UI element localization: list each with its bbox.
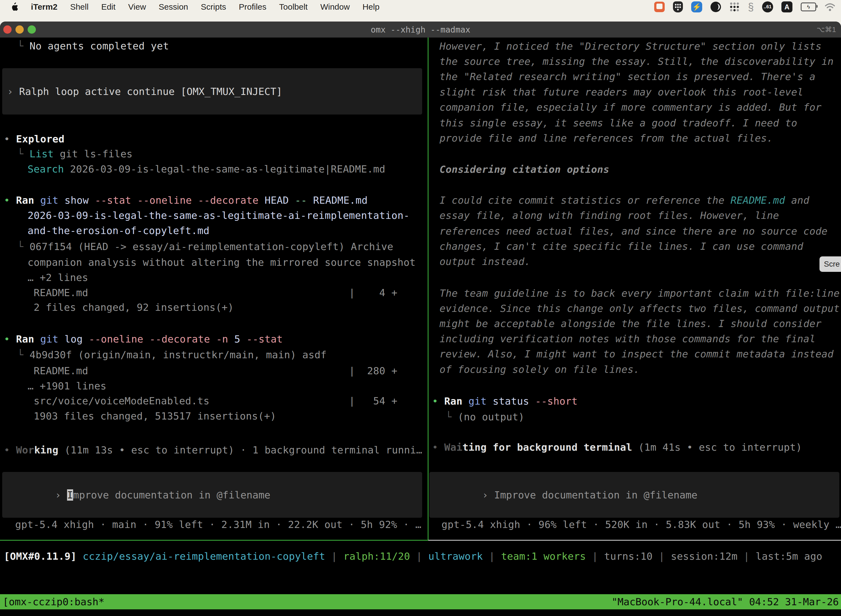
reasoning-p1-l4: slight risk that future readers may over…	[440, 84, 803, 100]
menu-item-window[interactable]: Window	[320, 2, 350, 12]
right-input-placeholder: Improve documentation in @filename	[494, 489, 697, 501]
pane-divider[interactable]	[428, 38, 428, 540]
menu-item-scripts[interactable]: Scripts	[201, 2, 226, 12]
reasoning-p3-l2: evidence. Since this change only affects…	[440, 301, 840, 316]
reasoning-p1-l3: the "Related research writing" section i…	[440, 69, 815, 84]
badge-61-icon[interactable]: ..61	[762, 1, 773, 12]
working-status-line: • Working (11m 13s • esc to interrupt) ·…	[4, 442, 422, 458]
battery-icon[interactable]: ϟ	[801, 3, 816, 11]
menu-item-profiles[interactable]: Profiles	[239, 2, 266, 12]
prompt-chevron: ›	[55, 489, 67, 501]
reasoning-p2-l2: essay file, along with finding root file…	[440, 208, 779, 223]
menu-item-iterm2[interactable]: iTerm2	[31, 2, 57, 12]
reasoning-p1-l1: However, I noticed the "Directory Struct…	[440, 38, 821, 54]
reasoning-p1-l6: this single essay, it seems like a good …	[440, 115, 797, 131]
reasoning-p2-l5: output instead.	[440, 254, 530, 269]
ran-git-log-line: • Ran git log --oneline --decorate -n 5 …	[4, 331, 283, 347]
readme-stat-4-line: README.md | 4 +	[34, 285, 397, 301]
tmux-host-time: "MacBook-Pro-44.local" 04:52 31-Mar-26	[611, 596, 841, 607]
files-changed-1903-line: 1903 files changed, 513517 insertions(+)	[34, 408, 276, 424]
reasoning-p3-l5: review. Also, I might want to inspect th…	[440, 346, 834, 362]
prompt-chevron: ›	[482, 489, 494, 501]
window-title: omx --xhigh --madmax	[0, 22, 841, 38]
reasoning-p2-l1: I could cite commit statistics or refere…	[440, 192, 809, 208]
tmux-window-name[interactable]: [omx-cczip0:bash*	[0, 596, 104, 607]
reasoning-p3-l6: of focusing solely on file lines.	[440, 362, 640, 377]
reasoning-p3-l4: including verification notes with those …	[440, 331, 815, 347]
reasoning-p1-l7: provide file and line references from th…	[440, 130, 773, 146]
pane-bottom-border-left	[0, 540, 428, 541]
explored-list-line: └ List git ls-files	[18, 146, 133, 162]
window-shortcut-hint: ⌥⌘1	[817, 25, 836, 34]
explored-search-line: Search 2026-03-09-is-legal-the-same-as-l…	[28, 161, 385, 177]
menu-item-toolbelt[interactable]: Toolbelt	[279, 2, 308, 12]
left-model-status-line: gpt-5.4 xhigh · main · 91% left · 2.31M …	[15, 517, 421, 532]
plus-1901-lines: … +1901 lines	[28, 378, 107, 394]
right-prompt-input[interactable]: › Improve documentation in @filename	[429, 472, 840, 518]
ran-git-status-line: • Ran git status --short	[432, 393, 577, 409]
apple-menu-icon[interactable]	[11, 3, 18, 11]
reasoning-heading: Considering citation options	[440, 161, 609, 177]
dots-grid-icon[interactable]	[729, 1, 740, 12]
readme-stat-280-line: README.md | 280 +	[34, 363, 397, 378]
text-cursor: I	[67, 489, 73, 501]
dark-crescent-icon[interactable]	[711, 1, 721, 12]
orange-chat-icon[interactable]	[654, 1, 665, 12]
essay-filename-line-1: 2026-03-09-is-legal-the-same-as-legitima…	[28, 208, 409, 223]
files-changed-92-line: 2 files changed, 92 insertions(+)	[34, 299, 234, 315]
left-input-placeholder: mprove documentation in @filename	[73, 489, 270, 501]
no-agents-line: └ No agents completed yet	[18, 38, 169, 54]
reasoning-p2-l4: changes, I can't cite specific file line…	[440, 238, 803, 254]
reasoning-p1-l5: companion file, especially if more comme…	[440, 99, 821, 115]
reasoning-p1-l2: the source tree, missing the essay. Stil…	[440, 54, 834, 69]
grid-shield-icon[interactable]	[673, 1, 683, 12]
no-output-line: └ (no output)	[445, 409, 525, 425]
screen-overlay-button[interactable]: Scre	[819, 257, 841, 272]
commit-message-line: companion analysis without altering the …	[28, 254, 416, 270]
menu-item-view[interactable]: View	[128, 2, 146, 12]
voice-mode-stat-line: src/voice/voiceModeEnabled.ts | 54 +	[34, 393, 397, 409]
ran-git-show-line: • Ran git show --stat --oneline --decora…	[4, 192, 368, 208]
menu-item-session[interactable]: Session	[159, 2, 188, 12]
reasoning-p3-l1: The team guideline is to back every impo…	[440, 285, 840, 301]
plus-2-lines: … +2 lines	[28, 270, 88, 285]
waiting-status-line: • Waiting for background terminal (1m 41…	[432, 439, 802, 455]
reasoning-p2-l3: references need actual files, and since …	[440, 223, 828, 239]
battery-bolt-glyph: ϟ	[807, 4, 810, 10]
terminal-content: └ No agents completed yet › Ralph loop a…	[0, 38, 841, 616]
omx-status-line: [OMX#0.11.9] cczip/essay/ai-reimplementa…	[4, 549, 822, 564]
ralph-banner-box: › Ralph loop active continue [OMX_TMUX_I…	[2, 68, 422, 114]
keyboard-a-icon[interactable]: A	[781, 1, 793, 12]
blue-bolt-icon[interactable]: ⚡	[691, 1, 702, 12]
menu-item-shell[interactable]: Shell	[70, 2, 89, 12]
macos-menubar: iTerm2 Shell Edit View Session Scripts P…	[0, 0, 841, 14]
essay-filename-line-2: and-the-erosion-of-copyleft.md	[28, 223, 210, 238]
menu-item-help[interactable]: Help	[363, 2, 379, 12]
wifi-icon[interactable]	[825, 3, 835, 11]
commit-4b9d30f-line: └ 4b9d30f (origin/main, instructkr/main,…	[18, 347, 327, 363]
ralph-banner-line: › Ralph loop active continue [OMX_TMUX_I…	[2, 86, 282, 97]
right-model-status-line: gpt-5.4 xhigh · 96% left · 520K in · 5.8…	[441, 517, 841, 532]
pane-bottom-border-right	[428, 540, 841, 541]
explored-header: • Explored	[4, 131, 64, 147]
left-prompt-input[interactable]: › Improve documentation in @filename	[2, 472, 422, 518]
squiggle-icon[interactable]: §	[748, 1, 754, 12]
tmux-status-bar: [omx-cczip0:bash* "MacBook-Pro-44.local"…	[0, 594, 841, 609]
reasoning-p3-l3: might be acceptable alongside the file l…	[440, 316, 821, 331]
commit-067f154-line: └ 067f154 (HEAD -> essay/ai-reimplementa…	[18, 239, 393, 254]
menu-item-edit[interactable]: Edit	[101, 2, 116, 12]
